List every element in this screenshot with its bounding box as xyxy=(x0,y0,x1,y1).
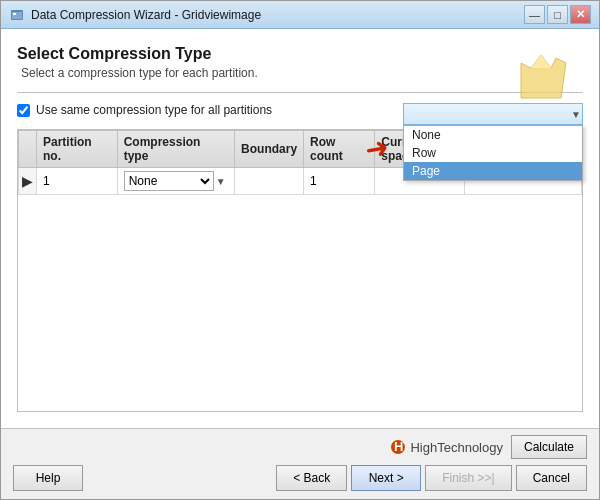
nav-group: < Back Next > Finish >>| Cancel xyxy=(276,465,587,491)
boundary-cell xyxy=(235,168,304,195)
cancel-button[interactable]: Cancel xyxy=(516,465,587,491)
back-button[interactable]: < Back xyxy=(276,465,347,491)
next-button[interactable]: Next > xyxy=(351,465,421,491)
col-boundary: Boundary xyxy=(235,131,304,168)
content-area: Select Compression Type Select a compres… xyxy=(1,29,599,428)
row-indicator-cell: ▶ xyxy=(19,168,37,195)
cell-dropdown-arrow: ▼ xyxy=(216,176,226,187)
svg-text:HT: HT xyxy=(394,439,406,454)
window-icon xyxy=(9,7,25,23)
col-partition-no: Partition no. xyxy=(37,131,118,168)
hightechnology-row: HT HighTechnology Calculate xyxy=(13,435,587,459)
partition-no-cell: 1 xyxy=(37,168,118,195)
col-compression-type: Compression type xyxy=(117,131,234,168)
compression-type-cell: None Row Page ▼ xyxy=(117,168,234,195)
option-row[interactable]: Row xyxy=(404,144,582,162)
row-compression-select[interactable]: None Row Page xyxy=(124,171,214,191)
close-button[interactable]: ✕ xyxy=(570,5,591,24)
hightechnology-icon: HT xyxy=(390,439,406,455)
title-bar-buttons: — □ ✕ xyxy=(524,5,591,24)
main-window: Data Compression Wizard - Gridviewimage … xyxy=(0,0,600,500)
maximize-button[interactable]: □ xyxy=(547,5,568,24)
col-indicator xyxy=(19,131,37,168)
same-compression-row: Use same compression type for all partit… xyxy=(17,103,272,117)
help-button[interactable]: Help xyxy=(13,465,83,491)
title-bar: Data Compression Wizard - Gridviewimage … xyxy=(1,1,599,29)
header-divider xyxy=(17,92,583,93)
header-decoration xyxy=(511,53,571,103)
same-compression-checkbox[interactable] xyxy=(17,104,30,117)
minimize-button[interactable]: — xyxy=(524,5,545,24)
cell-dropdown: None Row Page ▼ xyxy=(124,171,228,191)
compression-dropdown-popup: None Row Page xyxy=(403,125,583,181)
arrow-indicator: ➜ xyxy=(363,133,391,165)
global-compression-select[interactable] xyxy=(403,103,583,125)
navigation-buttons-row: Help < Back Next > Finish >>| Cancel xyxy=(13,465,587,491)
page-subtitle: Select a compression type for each parti… xyxy=(21,66,583,80)
top-controls-row: Use same compression type for all partit… xyxy=(17,103,583,125)
footer-area: HT HighTechnology Calculate Help < Back … xyxy=(1,428,599,499)
finish-button[interactable]: Finish >>| xyxy=(425,465,511,491)
page-title: Select Compression Type xyxy=(17,45,583,63)
svg-rect-2 xyxy=(13,13,16,15)
option-page[interactable]: Page xyxy=(404,162,582,180)
global-compression-dropdown[interactable]: ▼ None Row Page ➜ xyxy=(403,103,583,125)
hightechnology-label: HT HighTechnology xyxy=(390,439,503,455)
svg-marker-4 xyxy=(531,55,551,68)
page-header: Select Compression Type Select a compres… xyxy=(17,45,583,80)
hightechnology-text: HighTechnology xyxy=(410,440,503,455)
same-compression-label: Use same compression type for all partit… xyxy=(36,103,272,117)
row-count-cell: 1 xyxy=(304,168,375,195)
window-title: Data Compression Wizard - Gridviewimage xyxy=(31,8,524,22)
option-none[interactable]: None xyxy=(404,126,582,144)
calculate-button[interactable]: Calculate xyxy=(511,435,587,459)
